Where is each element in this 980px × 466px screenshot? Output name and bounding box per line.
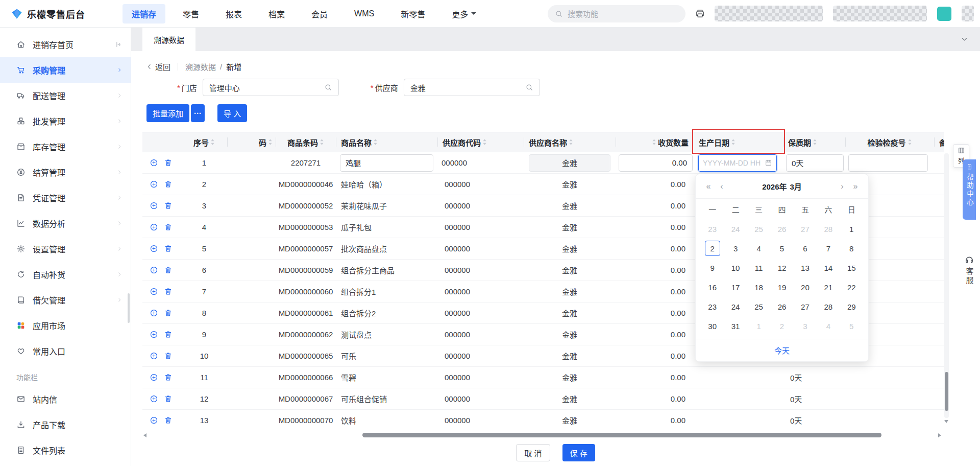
next-year-icon[interactable]: » <box>850 182 861 191</box>
delete-row-icon[interactable] <box>164 158 173 167</box>
calendar-day[interactable]: 2 <box>770 316 793 336</box>
scrollbar-thumb[interactable] <box>362 433 881 437</box>
cancel-button[interactable]: 取 消 <box>516 444 550 461</box>
sidebar-item-10[interactable]: 自动补货 <box>0 262 131 287</box>
sort-icon[interactable] <box>320 138 324 146</box>
next-month-icon[interactable]: › <box>837 182 848 191</box>
calendar-day[interactable]: 31 <box>724 316 747 336</box>
sidebar-item-1[interactable]: 进销存首页 <box>0 32 131 57</box>
delete-row-icon[interactable] <box>164 330 173 339</box>
add-row-icon[interactable] <box>150 180 158 189</box>
add-row-icon[interactable] <box>150 309 158 317</box>
shelf-life-input[interactable]: 0天 <box>786 154 844 172</box>
table-header-production-date[interactable]: 生产日期 <box>694 132 783 152</box>
calendar-day[interactable]: 10 <box>724 258 747 277</box>
sidebar-item-6[interactable]: 结算管理 <box>0 159 131 185</box>
delete-row-icon[interactable] <box>164 180 173 189</box>
sort-icon[interactable] <box>482 138 487 146</box>
delete-row-icon[interactable] <box>164 201 173 210</box>
add-row-icon[interactable] <box>150 373 158 382</box>
save-button[interactable]: 保 存 <box>562 444 595 461</box>
prev-year-icon[interactable]: « <box>703 182 714 191</box>
production-date-input[interactable]: YYYY-MM-DD HH <box>698 154 777 172</box>
calendar-day[interactable]: 1 <box>747 316 770 336</box>
calendar-day[interactable]: 13 <box>794 258 817 277</box>
delete-row-icon[interactable] <box>164 394 173 403</box>
table-header-shelf-life[interactable]: 保质期 <box>783 132 845 152</box>
datepicker-year[interactable]: 2026年 <box>762 182 787 191</box>
add-row-icon[interactable] <box>150 394 158 403</box>
calendar-day[interactable]: 27 <box>794 297 817 316</box>
calendar-day[interactable]: 1 <box>840 219 863 239</box>
table-header-code-partial[interactable]: 码 <box>227 132 276 152</box>
calendar-day[interactable]: 9 <box>701 258 724 277</box>
sort-icon[interactable] <box>569 138 573 146</box>
store-select[interactable]: 管理中心 <box>203 79 339 96</box>
add-row-icon[interactable] <box>150 223 158 231</box>
nav-item-1[interactable]: 进销存 <box>122 4 165 24</box>
avatar[interactable] <box>937 7 951 21</box>
calendar-day[interactable]: 23 <box>701 297 724 316</box>
customer-service-button[interactable]: 客服 <box>962 254 977 301</box>
horizontal-scrollbar[interactable] <box>142 432 944 438</box>
sidebar-item-5[interactable]: 库存管理 <box>0 134 131 159</box>
breadcrumb-parent[interactable]: 溯源数据 <box>185 61 216 72</box>
calendar-day[interactable]: 27 <box>794 219 817 239</box>
add-row-icon[interactable] <box>150 201 158 210</box>
batch-add-button[interactable]: 批量添加 <box>146 104 189 122</box>
nav-item-3[interactable]: 报表 <box>216 4 251 24</box>
today-link[interactable]: 今天 <box>774 345 790 356</box>
calendar-day[interactable]: 18 <box>747 277 770 297</box>
calendar-day[interactable]: 3 <box>724 239 747 258</box>
nav-item-5[interactable]: 会员 <box>302 4 337 24</box>
delete-row-icon[interactable] <box>164 416 173 425</box>
quarantine-no-input[interactable] <box>848 154 928 172</box>
collapse-sidebar-icon[interactable] <box>114 40 122 49</box>
delete-row-icon[interactable] <box>164 373 173 382</box>
help-center-tab[interactable]: 帮助中心 <box>963 159 976 220</box>
calendar-day[interactable]: 3 <box>794 316 817 336</box>
nav-item-7[interactable]: 新零售 <box>391 4 434 24</box>
table-header-quarantine-no[interactable]: 检验检疫号 <box>845 132 934 152</box>
scroll-right-icon[interactable] <box>938 433 941 437</box>
add-row-icon[interactable] <box>150 416 158 425</box>
nav-item-4[interactable]: 档案 <box>259 4 294 24</box>
sort-icon[interactable] <box>652 138 656 146</box>
sort-icon[interactable] <box>373 138 378 146</box>
sidebar-item-12[interactable]: 应用市场 <box>0 313 131 338</box>
calendar-day[interactable]: 12 <box>770 258 793 277</box>
sort-icon[interactable] <box>813 138 817 146</box>
printer-icon[interactable] <box>695 8 705 19</box>
calendar-day[interactable]: 24 <box>724 219 747 239</box>
calendar-day[interactable]: 24 <box>724 297 747 316</box>
delete-row-icon[interactable] <box>164 223 173 231</box>
calendar-day[interactable]: 8 <box>840 239 863 258</box>
tab-traceability-data[interactable]: 溯源数据 <box>142 28 195 51</box>
sidebar-item-9[interactable]: 设置管理 <box>0 236 131 262</box>
add-row-icon[interactable] <box>150 330 158 339</box>
scroll-down-icon[interactable] <box>944 420 948 423</box>
calendar-day[interactable]: 15 <box>840 258 863 277</box>
back-button[interactable]: 返回 <box>145 61 170 72</box>
sort-icon[interactable] <box>268 138 273 146</box>
sidebar-item-2[interactable]: 采购管理 <box>0 57 131 83</box>
chevron-down-icon[interactable] <box>960 35 969 43</box>
delete-row-icon[interactable] <box>164 309 173 317</box>
delete-row-icon[interactable] <box>164 352 173 360</box>
calendar-day[interactable]: 23 <box>701 219 724 239</box>
calendar-day[interactable]: 20 <box>794 277 817 297</box>
vertical-scrollbar[interactable] <box>944 153 949 418</box>
calendar-day[interactable]: 5 <box>770 239 793 258</box>
table-header-received-qty[interactable]: 收货数量 <box>616 132 694 152</box>
nav-item-6[interactable]: WMS <box>345 6 383 22</box>
add-row-icon[interactable] <box>150 352 158 360</box>
add-row-icon[interactable] <box>150 266 158 274</box>
delete-row-icon[interactable] <box>164 266 173 274</box>
sidebar-item-4[interactable]: 批发管理 <box>0 108 131 134</box>
add-row-icon[interactable] <box>150 244 158 253</box>
global-search-input[interactable]: 搜索功能 <box>548 5 685 22</box>
sidebar-item-3[interactable]: 配送管理 <box>0 83 131 108</box>
calendar-day[interactable]: 25 <box>747 297 770 316</box>
sidebar-item-3[interactable]: 文件列表 <box>0 437 131 463</box>
calendar-day[interactable]: 17 <box>724 277 747 297</box>
